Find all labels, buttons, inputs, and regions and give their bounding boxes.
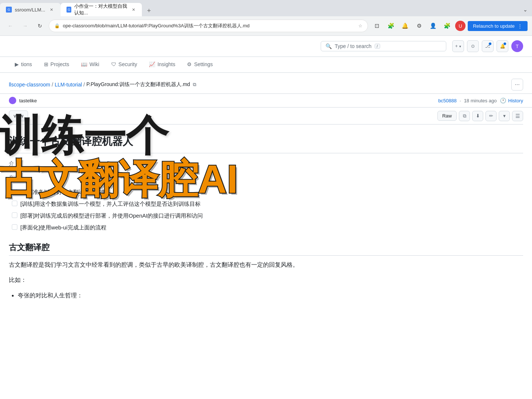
search-placeholder: Type / to search — [335, 43, 372, 49]
checklist-item-1: [数据准备]准备好古文翻译腔数据集 — [12, 188, 523, 197]
breadcrumb-sep-1: / — [52, 82, 53, 88]
file-toolbar: view Raw ⧉ ⬇ ✏ ▾ ☰ — [9, 108, 523, 125]
issues-button[interactable]: ⊙ — [467, 40, 479, 52]
pencil-icon: ✏ — [489, 113, 493, 119]
commit-hash[interactable]: bc50888 — [438, 98, 457, 103]
nav-item-security[interactable]: 🛡 Security — [105, 57, 143, 72]
alerts-icon[interactable]: 🔔 — [399, 20, 411, 32]
tab-bar: G ssroom/LLM... ✕ G 小作业一：对大模型自我认知... ✕ +… — [0, 0, 532, 16]
section2-body: 古文翻译腔是我们学习文言文中经常看到的腔调，类似于古早的欧美译制腔，古文翻译腔也… — [9, 260, 523, 270]
back-button[interactable]: ← — [4, 20, 16, 32]
copy-path-icon[interactable]: ⧉ — [193, 82, 196, 88]
reload-button[interactable]: ↻ — [34, 20, 46, 32]
search-kbd-slash: / — [375, 44, 380, 49]
pull-requests-button[interactable]: ⎇ — [482, 40, 494, 52]
commit-info: bc50888 · 18 minutes ago 🕐 History — [438, 98, 523, 103]
bookmark-icon[interactable]: ☆ — [358, 23, 362, 28]
repo-nav: ▶ tions ⊞ Projects 📖 Wiki 🛡 Security 📈 I… — [0, 57, 532, 73]
insights-icon: 📈 — [149, 61, 155, 67]
example-item-1: 夸张的对比和人生哲理： — [18, 291, 523, 300]
pr-icon: ⎇ — [485, 44, 490, 49]
cast-icon[interactable]: ⊡ — [371, 20, 383, 32]
shield-icon: 🛡 — [111, 61, 116, 67]
download-icon: ⬇ — [476, 113, 480, 119]
create-button[interactable]: + ▾ — [452, 40, 464, 52]
tab-label-2: 小作业一：对大模型自我认知... — [74, 3, 128, 16]
header-actions: + ▾ ⊙ ⎇ 🔔 T — [452, 40, 523, 52]
settings-gear-icon: ⚙ — [187, 61, 192, 67]
relaunch-chevron: ⋮ — [518, 23, 522, 29]
new-tab-button[interactable]: + — [143, 5, 154, 16]
markdown-body: 训练一个古文翻译腔机器人 介 在本... [数据准备]准备好古文翻译腔数据集 [… — [9, 125, 523, 315]
nav-label-wiki: Wiki — [89, 61, 99, 67]
markdown-content-area: 训练一个古文翻译腔机器人 介 在本... [数据准备]准备好古文翻译腔数据集 [… — [9, 125, 523, 315]
raw-button[interactable]: Raw — [437, 111, 457, 121]
list-icon: ☰ — [515, 113, 520, 119]
search-box[interactable]: 🔍 Type / to search / — [321, 41, 446, 51]
breadcrumb-org[interactable]: llscope-classroom — [9, 82, 50, 88]
breadcrumb-repo[interactable]: LLM-tutorial — [55, 82, 82, 88]
tab-favicon-1: G — [6, 7, 12, 13]
edit-more-button[interactable]: ▾ — [499, 111, 510, 121]
outline-button[interactable]: ☰ — [512, 111, 523, 121]
user-avatar[interactable]: T — [511, 40, 523, 52]
inbox-button[interactable]: 🔔 — [497, 40, 508, 52]
forward-button[interactable]: → — [19, 20, 31, 32]
create-chevron: ▾ — [459, 44, 461, 48]
checkbox-3[interactable] — [12, 212, 17, 218]
checklist: [数据准备]准备好古文翻译腔数据集 [训练]用这个数据集训练一个模型，并人工评估… — [12, 188, 523, 232]
checkbox-2[interactable] — [12, 201, 17, 206]
file-actions: Raw ⧉ ⬇ ✏ ▾ ☰ — [437, 111, 523, 121]
settings-icon[interactable]: ⚙ — [413, 20, 425, 32]
preview-tab[interactable]: view — [9, 110, 28, 121]
nav-item-projects[interactable]: ⊞ Projects — [38, 57, 75, 72]
projects-icon: ⊞ — [44, 61, 48, 67]
inbox-icon: 🔔 — [500, 44, 505, 49]
extensions-icon[interactable]: 🧩 — [385, 20, 397, 32]
checkbox-4[interactable] — [12, 224, 17, 230]
history-button[interactable]: 🕐 History — [500, 98, 523, 103]
checklist-item-3: [部署]对训练完成后的模型进行部署，并使用OpenAI的接口进行调用和访问 — [12, 211, 523, 220]
more-options-button[interactable]: ··· — [511, 79, 523, 91]
checklist-item-4: [界面化]使用web-ui完成上面的流程 — [12, 223, 523, 232]
nav-item-wiki[interactable]: 📖 Wiki — [75, 57, 105, 72]
tab-active[interactable]: G 小作业一：对大模型自我认知... ✕ — [61, 3, 142, 16]
nav-item-actions[interactable]: ▶ tions — [9, 57, 38, 72]
actions-icon: ▶ — [15, 61, 19, 67]
tab-overflow-button[interactable]: ⌄ — [519, 3, 532, 16]
profile-icon[interactable]: 👤 — [427, 20, 439, 32]
copy-content-button[interactable]: ⧉ — [459, 111, 470, 121]
tab-inactive[interactable]: G ssroom/LLM... ✕ — [0, 3, 61, 16]
tab-close-2[interactable]: ✕ — [131, 6, 136, 13]
github-page: 🔍 Type / to search / + ▾ ⊙ ⎇ 🔔 T ▶ tions — [0, 36, 532, 315]
checklist-label-2: [训练]用这个数据集训练一个模型，并人工评估这个模型是否达到训练目标 — [20, 200, 201, 208]
browser-toolbar-icons: ⊡ 🧩 🔔 ⚙ 👤 🧩 U Relaunch to update ⋮ — [371, 20, 528, 32]
tab-label-1: ssroom/LLM... — [15, 7, 45, 13]
user-circle-icon[interactable]: U — [455, 21, 466, 31]
breadcrumb: llscope-classroom / LLM-tutorial / P.Pla… — [0, 73, 532, 94]
checklist-label-4: [界面化]使用web-ui完成上面的流程 — [20, 223, 106, 232]
relaunch-button[interactable]: Relaunch to update ⋮ — [468, 21, 528, 31]
doc-title: 训练一个古文翻译腔机器人 — [9, 133, 523, 153]
intro-text: 在本... — [9, 173, 523, 181]
commit-author-name[interactable]: tastelike — [19, 98, 37, 103]
clock-icon: 🕐 — [500, 98, 506, 103]
puzzle-icon[interactable]: 🧩 — [441, 20, 453, 32]
browser-chrome: G ssroom/LLM... ✕ G 小作业一：对大模型自我认知... ✕ +… — [0, 0, 532, 36]
checkbox-1[interactable] — [12, 189, 17, 194]
edit-button[interactable]: ✏ — [485, 111, 497, 121]
nav-label-projects: Projects — [51, 61, 69, 67]
address-bar[interactable]: 🔒 ope-classroom/blob/main/LLM-tutorial/P… — [49, 20, 368, 32]
file-info-row: tastelike bc50888 · 18 minutes ago 🕐 His… — [0, 94, 532, 108]
lock-icon: 🔒 — [54, 23, 60, 28]
commit-time: 18 minutes ago — [464, 98, 497, 103]
address-text: ope-classroom/blob/main/LLM-tutorial/P.P… — [63, 23, 355, 29]
nav-item-settings[interactable]: ⚙ Settings — [181, 57, 219, 72]
tab-close-1[interactable]: ✕ — [48, 6, 55, 13]
checklist-label-1: [数据准备]准备好古文翻译腔数据集 — [20, 188, 106, 197]
nav-item-insights[interactable]: 📈 Insights — [143, 57, 181, 72]
address-bar-row: ← → ↻ 🔒 ope-classroom/blob/main/LLM-tuto… — [0, 16, 532, 35]
relaunch-label: Relaunch to update — [473, 23, 515, 29]
search-icon: 🔍 — [325, 43, 332, 49]
download-button[interactable]: ⬇ — [472, 111, 483, 121]
